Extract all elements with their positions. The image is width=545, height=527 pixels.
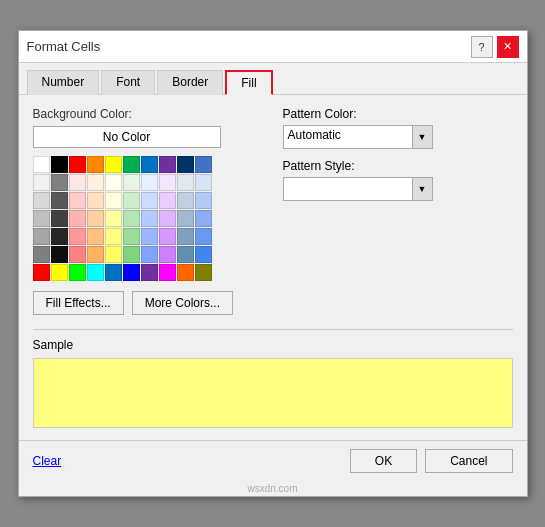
color-cell[interactable] — [159, 246, 176, 263]
ok-button[interactable]: OK — [350, 449, 417, 473]
color-cell[interactable] — [177, 228, 194, 245]
color-cell[interactable] — [123, 192, 140, 209]
pattern-color-dropdown[interactable]: Automatic ▼ — [283, 125, 433, 149]
sample-label: Sample — [33, 338, 513, 352]
color-cell[interactable] — [159, 228, 176, 245]
color-cell[interactable] — [87, 264, 104, 281]
color-cell[interactable] — [177, 156, 194, 173]
color-cell[interactable] — [69, 264, 86, 281]
pattern-style-dropdown[interactable]: ▼ — [283, 177, 433, 201]
color-cell[interactable] — [105, 210, 122, 227]
color-cell[interactable] — [69, 174, 86, 191]
tab-fill[interactable]: Fill — [225, 70, 272, 95]
color-cell[interactable] — [177, 174, 194, 191]
tab-number[interactable]: Number — [27, 70, 100, 95]
color-cell[interactable] — [87, 192, 104, 209]
color-cell[interactable] — [195, 174, 212, 191]
color-cell[interactable] — [177, 192, 194, 209]
color-cell[interactable] — [141, 264, 158, 281]
tab-border[interactable]: Border — [157, 70, 223, 95]
color-cell[interactable] — [51, 156, 68, 173]
color-cell[interactable] — [51, 174, 68, 191]
color-row — [33, 174, 263, 191]
color-cell[interactable] — [105, 174, 122, 191]
color-cell[interactable] — [195, 228, 212, 245]
color-cell[interactable] — [195, 156, 212, 173]
left-column: Background Color: No Color Fill Effects.… — [33, 107, 263, 315]
color-cell[interactable] — [69, 246, 86, 263]
color-cell[interactable] — [87, 246, 104, 263]
color-cell[interactable] — [177, 246, 194, 263]
color-cell[interactable] — [33, 228, 50, 245]
color-cell[interactable] — [123, 228, 140, 245]
color-cell[interactable] — [69, 192, 86, 209]
pattern-color-value: Automatic — [284, 126, 412, 148]
color-cell[interactable] — [105, 264, 122, 281]
color-cell[interactable] — [69, 210, 86, 227]
color-cell[interactable] — [141, 246, 158, 263]
color-cell[interactable] — [87, 228, 104, 245]
color-cell[interactable] — [105, 192, 122, 209]
footer-action-buttons: OK Cancel — [350, 449, 513, 473]
color-row — [33, 228, 263, 245]
color-cell[interactable] — [195, 192, 212, 209]
color-cell[interactable] — [159, 210, 176, 227]
color-cell[interactable] — [69, 228, 86, 245]
color-cell[interactable] — [141, 174, 158, 191]
clear-button[interactable]: Clear — [33, 454, 62, 468]
more-colors-button[interactable]: More Colors... — [132, 291, 233, 315]
color-cell[interactable] — [33, 174, 50, 191]
color-cell[interactable] — [195, 246, 212, 263]
title-bar: Format Cells ? ✕ — [19, 31, 527, 63]
color-row — [33, 210, 263, 227]
color-cell[interactable] — [105, 228, 122, 245]
color-cell[interactable] — [141, 228, 158, 245]
color-cell[interactable] — [177, 264, 194, 281]
fill-effects-button[interactable]: Fill Effects... — [33, 291, 124, 315]
cancel-button[interactable]: Cancel — [425, 449, 512, 473]
color-cell[interactable] — [51, 264, 68, 281]
no-color-button[interactable]: No Color — [33, 126, 221, 148]
color-cell[interactable] — [33, 264, 50, 281]
color-cell[interactable] — [195, 210, 212, 227]
color-cell[interactable] — [51, 246, 68, 263]
color-cell[interactable] — [123, 174, 140, 191]
color-cell[interactable] — [87, 156, 104, 173]
background-color-label: Background Color: — [33, 107, 263, 121]
color-cell[interactable] — [123, 210, 140, 227]
color-cell[interactable] — [69, 156, 86, 173]
color-cell[interactable] — [195, 264, 212, 281]
color-cell[interactable] — [51, 228, 68, 245]
color-cell[interactable] — [141, 156, 158, 173]
color-cell[interactable] — [33, 192, 50, 209]
color-cell[interactable] — [177, 210, 194, 227]
color-cell[interactable] — [33, 246, 50, 263]
color-cell[interactable] — [105, 156, 122, 173]
color-cell[interactable] — [159, 174, 176, 191]
color-cell[interactable] — [51, 210, 68, 227]
tab-content: Background Color: No Color Fill Effects.… — [19, 95, 527, 440]
color-cell[interactable] — [159, 192, 176, 209]
color-cell[interactable] — [141, 192, 158, 209]
main-columns: Background Color: No Color Fill Effects.… — [33, 107, 513, 315]
color-cell[interactable] — [123, 264, 140, 281]
color-cell[interactable] — [33, 156, 50, 173]
help-button[interactable]: ? — [471, 36, 493, 58]
tab-font[interactable]: Font — [101, 70, 155, 95]
color-cell[interactable] — [51, 192, 68, 209]
pattern-style-value — [284, 178, 412, 200]
color-row — [33, 192, 263, 209]
color-cell[interactable] — [123, 246, 140, 263]
color-cell[interactable] — [123, 156, 140, 173]
color-cell[interactable] — [87, 174, 104, 191]
pattern-color-arrow-icon[interactable]: ▼ — [412, 126, 432, 148]
color-cell[interactable] — [141, 210, 158, 227]
color-cell[interactable] — [33, 210, 50, 227]
color-cell[interactable] — [105, 246, 122, 263]
color-cell[interactable] — [87, 210, 104, 227]
color-cell[interactable] — [159, 156, 176, 173]
color-cell[interactable] — [159, 264, 176, 281]
color-row — [33, 246, 263, 263]
close-button[interactable]: ✕ — [497, 36, 519, 58]
pattern-style-arrow-icon[interactable]: ▼ — [412, 178, 432, 200]
